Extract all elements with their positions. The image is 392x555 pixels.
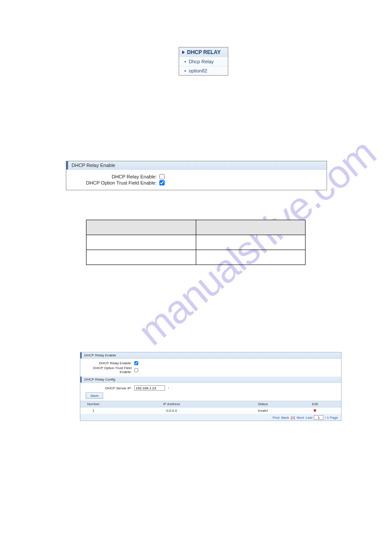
th-ip: IP Address [106, 401, 237, 407]
label-trust-field: DHCP Option Trust Field Enable: [72, 180, 159, 185]
row-server-ip: DHCP Server IP: * [84, 385, 338, 391]
save-button[interactable]: Save [86, 392, 103, 399]
label-server-ip: DHCP Server IP: [84, 386, 134, 390]
pager: First Back [1] Next Last / 1 Page [80, 414, 341, 421]
label-trust-field-2: DHCP Option Trust Field Enable: [84, 366, 134, 374]
pager-current: [1] [291, 416, 295, 420]
sidebar-menu: DHCP RELAY Dhcp Relay option82 [179, 47, 228, 76]
th-number: Number [80, 401, 106, 407]
cell-ip: 0.0.0.0 [106, 407, 237, 414]
pager-first[interactable]: First [273, 416, 280, 420]
menu-item-option82[interactable]: option82 [179, 66, 228, 75]
th-edit: Edit [289, 401, 341, 407]
desc-table-header-1 [86, 220, 196, 235]
desc-table-cell [196, 235, 306, 250]
desc-table-cell [86, 250, 196, 265]
menu-item-dhcp-relay[interactable]: Dhcp Relay [179, 57, 228, 66]
delete-icon[interactable]: ✖ [313, 409, 316, 413]
label-relay-enable: DHCP Relay Enable: [72, 174, 159, 179]
section-header-relay-config: DHCP Relay Config [80, 377, 341, 383]
svg-marker-0 [182, 51, 185, 54]
label-relay-enable-2: DHCP Relay Enable: [84, 361, 134, 365]
row-trust-field: DHCP Option Trust Field Enable: [72, 180, 321, 185]
pager-next[interactable]: Next [297, 416, 304, 420]
menu-header[interactable]: DHCP RELAY [179, 47, 228, 57]
table-row: 1 0.0.0.0 invalid ✖ [80, 407, 341, 414]
dhcp-relay-enable-panel: DHCP Relay Enable DHCP Relay Enable: DHC… [66, 161, 327, 190]
panel2-enable-body: DHCP Relay Enable: DHCP Option Trust Fie… [80, 359, 341, 377]
th-status: Status [237, 401, 289, 407]
description-table [86, 220, 306, 265]
desc-table-cell [86, 235, 196, 250]
row-relay-enable: DHCP Relay Enable: [72, 174, 321, 179]
desc-table-cell [196, 250, 306, 265]
pager-total: / 1 Page [325, 416, 338, 420]
pager-back[interactable]: Back [281, 416, 289, 420]
cell-status: invalid [237, 407, 289, 414]
panel1-body: DHCP Relay Enable: DHCP Option Trust Fie… [66, 170, 327, 190]
pager-last[interactable]: Last [306, 416, 313, 420]
cell-number: 1 [80, 407, 106, 414]
panel2-config-body: DHCP Server IP: * Save [80, 383, 341, 401]
row-trust-field-2: DHCP Option Trust Field Enable: [84, 366, 338, 374]
section-header-relay-enable: DHCP Relay Enable [66, 161, 327, 170]
section-header-relay-enable-2: DHCP Relay Enable [80, 352, 341, 359]
pager-page-input[interactable] [314, 415, 324, 420]
row-relay-enable-2: DHCP Relay Enable: [84, 361, 338, 365]
input-server-ip[interactable] [134, 385, 165, 391]
server-table: Number IP Address Status Edit 1 0.0.0.0 … [80, 401, 341, 414]
menu-title: DHCP RELAY [187, 49, 221, 55]
desc-table-header-2 [196, 220, 306, 235]
required-asterisk: * [168, 386, 169, 390]
dhcp-relay-config-panel: DHCP Relay Enable DHCP Relay Enable: DHC… [80, 352, 342, 421]
checkbox-relay-enable[interactable] [159, 174, 165, 179]
checkbox-relay-enable-2[interactable] [134, 361, 138, 365]
checkbox-trust-field[interactable] [159, 180, 165, 185]
checkbox-trust-field-2[interactable] [134, 368, 138, 372]
cell-edit: ✖ [289, 407, 341, 414]
triangle-right-icon [182, 51, 185, 54]
